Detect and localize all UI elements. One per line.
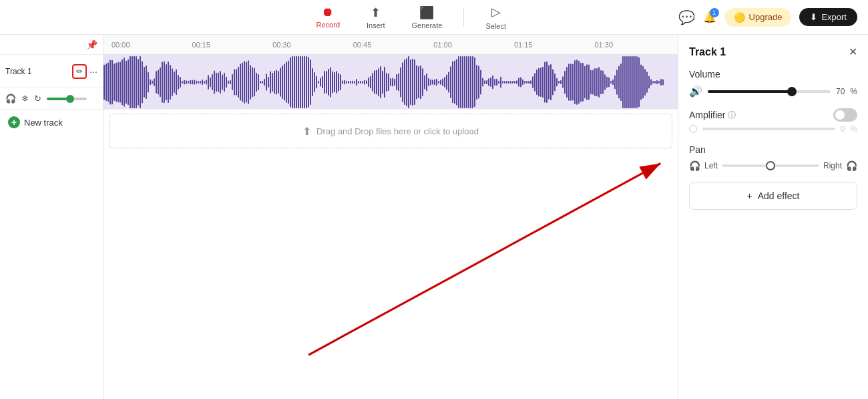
svg-rect-6 <box>114 63 115 101</box>
more-options-button[interactable]: ··· <box>89 66 97 77</box>
svg-rect-82 <box>266 74 267 90</box>
pan-track[interactable] <box>722 164 819 167</box>
record-button[interactable]: ⏺ Record <box>311 3 345 31</box>
svg-line-282 <box>308 163 660 355</box>
waveform-section: // Will be generated below ⬆ Drag and Dr… <box>103 55 678 399</box>
ruler-mark-4: 01:00 <box>431 41 511 49</box>
svg-rect-118 <box>338 73 339 92</box>
svg-rect-270 <box>642 66 644 98</box>
svg-rect-95 <box>292 56 293 108</box>
svg-rect-155 <box>412 59 413 106</box>
drop-zone[interactable]: ⬆ Drag and Drop files here or click to u… <box>109 114 672 148</box>
select-label: Select <box>485 22 506 30</box>
svg-rect-275 <box>652 81 654 84</box>
svg-rect-178 <box>458 56 459 108</box>
svg-rect-29 <box>160 68 161 97</box>
amplifier-toggle[interactable] <box>833 108 857 122</box>
svg-rect-167 <box>436 79 437 86</box>
svg-rect-151 <box>404 59 405 105</box>
generate-button[interactable]: ⬛ Generate <box>407 3 448 32</box>
svg-rect-194 <box>490 78 491 87</box>
svg-rect-127 <box>356 79 357 86</box>
svg-rect-10 <box>122 59 123 106</box>
upgrade-label: Upgrade <box>749 12 783 22</box>
svg-rect-74 <box>250 65 251 100</box>
svg-rect-137 <box>376 70 377 94</box>
amp-track <box>702 128 835 130</box>
svg-rect-190 <box>482 78 483 87</box>
svg-rect-266 <box>634 56 636 108</box>
svg-rect-37 <box>176 70 177 96</box>
close-panel-button[interactable]: ✕ <box>849 45 857 58</box>
svg-rect-179 <box>460 56 461 108</box>
svg-rect-159 <box>420 65 421 100</box>
svg-rect-169 <box>440 80 441 84</box>
svg-rect-117 <box>336 71 337 94</box>
svg-rect-129 <box>360 81 361 84</box>
ruler-mark-0: 00:00 <box>109 41 190 49</box>
svg-rect-34 <box>170 65 171 100</box>
svg-rect-135 <box>372 73 373 92</box>
svg-rect-244 <box>590 70 592 94</box>
svg-rect-182 <box>466 56 467 108</box>
svg-rect-232 <box>566 67 568 98</box>
pin-icon[interactable]: 📌 <box>86 39 97 50</box>
svg-rect-265 <box>632 56 634 108</box>
info-icon[interactable]: ⓘ <box>728 110 736 121</box>
svg-rect-64 <box>230 80 231 84</box>
ruler-mark-1: 00:15 <box>190 41 270 49</box>
svg-rect-204 <box>510 81 511 84</box>
svg-rect-188 <box>478 65 479 98</box>
svg-rect-49 <box>200 81 201 84</box>
svg-rect-199 <box>500 77 501 88</box>
snowflake-icon[interactable]: ❄ <box>21 94 29 104</box>
svg-rect-120 <box>342 80 343 84</box>
add-effect-button[interactable]: + Add effect <box>689 182 857 210</box>
svg-rect-70 <box>242 63 243 102</box>
volume-row: 🔊 70 % <box>689 85 857 98</box>
record-label: Record <box>316 21 340 29</box>
insert-button[interactable]: ⬆ Insert <box>361 3 391 32</box>
svg-rect-183 <box>468 56 469 108</box>
svg-rect-207 <box>516 80 517 84</box>
svg-rect-250 <box>602 71 604 94</box>
svg-rect-23 <box>148 72 149 92</box>
headphone-icon[interactable]: 🎧 <box>5 94 16 104</box>
svg-rect-141 <box>384 67 385 98</box>
toolbar-right: 💬 🔔 1 🟡 Upgrade ⬇ Export <box>678 8 857 27</box>
new-track-button[interactable]: + New track <box>0 110 103 135</box>
svg-rect-106 <box>314 72 315 92</box>
volume-value: 70 <box>836 87 845 96</box>
edit-track-button[interactable]: ✏ <box>72 64 87 79</box>
notification-bell[interactable]: 🔔 1 <box>703 11 716 23</box>
volume-slider[interactable] <box>708 90 831 93</box>
svg-rect-229 <box>560 80 562 84</box>
svg-rect-184 <box>470 56 471 108</box>
svg-rect-126 <box>354 81 355 84</box>
svg-rect-261 <box>624 56 626 108</box>
chat-icon[interactable]: 💬 <box>678 9 695 25</box>
svg-rect-171 <box>444 77 445 87</box>
svg-rect-68 <box>238 67 239 98</box>
toolbar-divider <box>463 8 464 27</box>
svg-rect-24 <box>150 79 151 85</box>
track-volume-slider[interactable] <box>47 98 87 100</box>
svg-rect-165 <box>432 80 433 85</box>
svg-rect-90 <box>282 65 283 99</box>
svg-rect-170 <box>442 78 443 86</box>
svg-rect-239 <box>580 63 582 102</box>
edit-icon: ✏ <box>76 67 83 76</box>
export-button[interactable]: ⬇ Export <box>799 8 857 26</box>
svg-rect-274 <box>650 79 652 85</box>
select-button[interactable]: ▷ Select <box>480 2 511 33</box>
svg-rect-98 <box>298 56 299 108</box>
loop-icon[interactable]: ↻ <box>34 94 41 104</box>
svg-rect-240 <box>582 63 584 102</box>
waveform-track[interactable]: // Will be generated below <box>103 55 678 110</box>
svg-rect-84 <box>270 72 271 94</box>
upgrade-button[interactable]: 🟡 Upgrade <box>724 8 792 27</box>
svg-rect-139 <box>380 66 381 98</box>
svg-rect-88 <box>278 71 279 94</box>
generate-icon: ⬛ <box>419 5 434 20</box>
svg-rect-176 <box>454 60 455 104</box>
